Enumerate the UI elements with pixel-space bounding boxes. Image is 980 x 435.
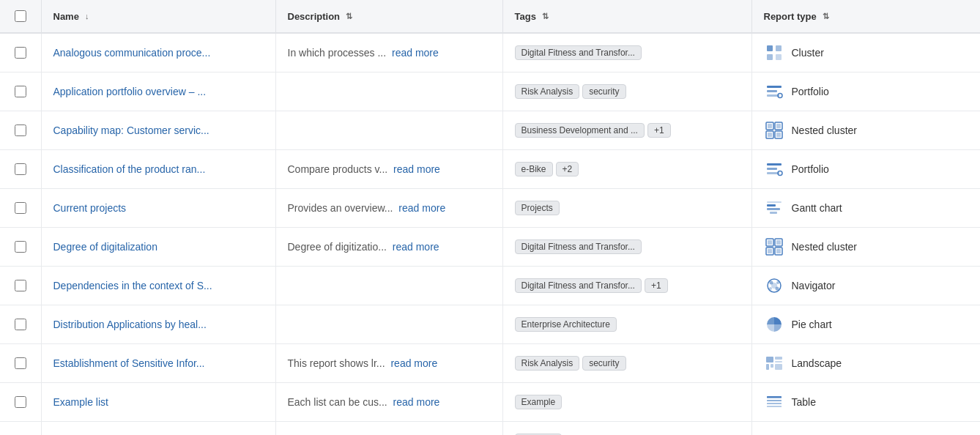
report-name-link[interactable]: Distribution Applications by heal... xyxy=(53,319,207,330)
report-type-column-label: Report type xyxy=(764,11,817,22)
row-tags-cell: Risk Analysissecurity xyxy=(502,72,751,111)
report-type-icon xyxy=(764,431,784,435)
report-type-icon xyxy=(764,237,784,257)
description-text: Each list can be cus... xyxy=(288,396,387,408)
tag-badge: Risk Analysis xyxy=(515,84,580,99)
table-row: Classification of the product ran...Comp… xyxy=(0,150,980,189)
report-name-link[interactable]: Application portfolio overview – ... xyxy=(53,86,207,97)
svg-rect-39 xyxy=(775,357,782,360)
row-name-cell: Example list xyxy=(41,383,275,422)
read-more-link[interactable]: read more xyxy=(392,47,439,59)
svg-rect-27 xyxy=(776,240,781,245)
read-more-link[interactable]: read more xyxy=(390,357,437,369)
svg-rect-5 xyxy=(767,90,777,92)
report-type-icon xyxy=(764,314,784,335)
row-checkbox-6[interactable] xyxy=(15,241,26,253)
report-name-link[interactable]: Analogous communication proce... xyxy=(53,47,211,59)
row-checkbox-1[interactable] xyxy=(15,47,26,59)
report-name-link[interactable]: Current projects xyxy=(53,202,127,214)
report-type-icon xyxy=(764,275,784,296)
row-checkbox-3[interactable] xyxy=(15,124,26,136)
report-name-link[interactable]: Example list xyxy=(53,396,108,408)
tag-badge: Digital Fitness and Transfor... xyxy=(515,45,642,60)
extra-tags-badge: +1 xyxy=(645,278,668,293)
report-type-column-header[interactable]: Report type ⇅ xyxy=(751,0,980,33)
table-row: Current projectsProvides an overview... … xyxy=(0,189,980,228)
table-row: Dependencies in the context of S...Digit… xyxy=(0,267,980,305)
svg-rect-29 xyxy=(768,249,772,253)
row-name-cell: Capability map: Customer servic... xyxy=(41,111,275,150)
read-more-link[interactable]: read more xyxy=(393,396,440,408)
svg-rect-3 xyxy=(776,54,782,60)
description-column-header[interactable]: Description ⇅ xyxy=(275,0,502,33)
row-tags-cell: Business Development and ...+1 xyxy=(502,111,751,150)
report-type-icon xyxy=(764,353,784,373)
read-more-link[interactable]: read more xyxy=(393,241,439,253)
svg-rect-38 xyxy=(766,357,773,362)
row-name-cell: Application portfolio overview – ... xyxy=(41,72,275,111)
svg-point-36 xyxy=(769,287,772,290)
read-more-link[interactable]: read more xyxy=(398,202,445,214)
report-type-icon xyxy=(764,392,784,412)
row-checkbox-5[interactable] xyxy=(15,202,26,214)
tag-badge: Projects xyxy=(515,201,560,215)
row-report-type-cell: Portfolio xyxy=(751,72,980,111)
row-tags-cell: Digital Fitness and Transfor... xyxy=(502,228,751,267)
read-more-link[interactable]: read more xyxy=(393,163,440,175)
row-report-type-cell: Nested cluster xyxy=(751,228,980,267)
name-column-header[interactable]: Name ↓ xyxy=(41,0,275,33)
svg-rect-47 xyxy=(767,406,782,407)
row-checkbox-cell xyxy=(0,33,41,72)
row-report-type-cell: Table xyxy=(751,422,980,436)
svg-rect-31 xyxy=(776,249,781,253)
report-name-link[interactable]: Capability map: Customer servic... xyxy=(53,124,209,136)
report-name-link[interactable]: Dependencies in the context of S... xyxy=(53,280,212,291)
row-description-cell xyxy=(275,305,502,344)
select-all-checkbox[interactable] xyxy=(15,10,26,22)
report-type-icon xyxy=(764,159,784,179)
svg-rect-40 xyxy=(775,361,782,362)
tag-badge: Business Development and ... xyxy=(515,123,645,138)
svg-rect-43 xyxy=(775,364,782,370)
description-text: Provides an overview... xyxy=(288,202,393,214)
row-checkbox-9[interactable] xyxy=(15,357,26,369)
row-checkbox-cell xyxy=(0,111,41,150)
report-name-link[interactable]: Classification of the product ran... xyxy=(53,163,206,175)
row-description-cell xyxy=(275,111,502,150)
select-all-header[interactable] xyxy=(0,0,41,33)
row-checkbox-7[interactable] xyxy=(15,280,26,291)
table-row: Analogous communication proce...In which… xyxy=(0,33,980,72)
row-report-type-cell: Landscape xyxy=(751,344,980,383)
svg-rect-23 xyxy=(770,212,777,214)
name-sort-icon: ↓ xyxy=(85,12,89,21)
table-row: Distribution Applications by heal...Ente… xyxy=(0,305,980,344)
svg-rect-13 xyxy=(768,133,772,137)
row-checkbox-2[interactable] xyxy=(15,86,26,97)
row-name-cell: Establishment of Sensitive Infor... xyxy=(41,344,275,383)
report-name-link[interactable]: Degree of digitalization xyxy=(53,241,157,253)
report-type-icon xyxy=(764,81,784,102)
row-report-type-cell: Nested cluster xyxy=(751,111,980,150)
row-checkbox-10[interactable] xyxy=(15,396,26,408)
row-checkbox-cell xyxy=(0,189,41,228)
svg-rect-16 xyxy=(767,163,782,166)
report-type-sort-icon: ⇅ xyxy=(823,12,829,21)
description-text: This report shows lr... xyxy=(288,357,385,369)
name-column-label: Name xyxy=(53,11,79,22)
row-tags-cell: Enterprise Architecture xyxy=(502,305,751,344)
report-type-label: Pie chart xyxy=(792,319,832,330)
description-column-label: Description xyxy=(288,11,341,22)
svg-rect-4 xyxy=(767,86,782,88)
report-type-icon xyxy=(764,198,784,218)
row-description-cell: Degree of digitizatio... read more xyxy=(275,228,502,267)
row-report-type-cell: Navigator xyxy=(751,267,980,305)
row-checkbox-4[interactable] xyxy=(15,163,26,175)
row-description-cell xyxy=(275,267,502,305)
svg-rect-22 xyxy=(767,208,780,210)
row-checkbox-8[interactable] xyxy=(15,319,26,330)
svg-point-35 xyxy=(776,281,779,284)
table-row: Example list CapabilityEach list can be … xyxy=(0,422,980,436)
report-name-link[interactable]: Establishment of Sensitive Infor... xyxy=(53,357,205,369)
row-tags-cell: Example xyxy=(502,383,751,422)
tags-column-header[interactable]: Tags ⇅ xyxy=(502,0,751,33)
